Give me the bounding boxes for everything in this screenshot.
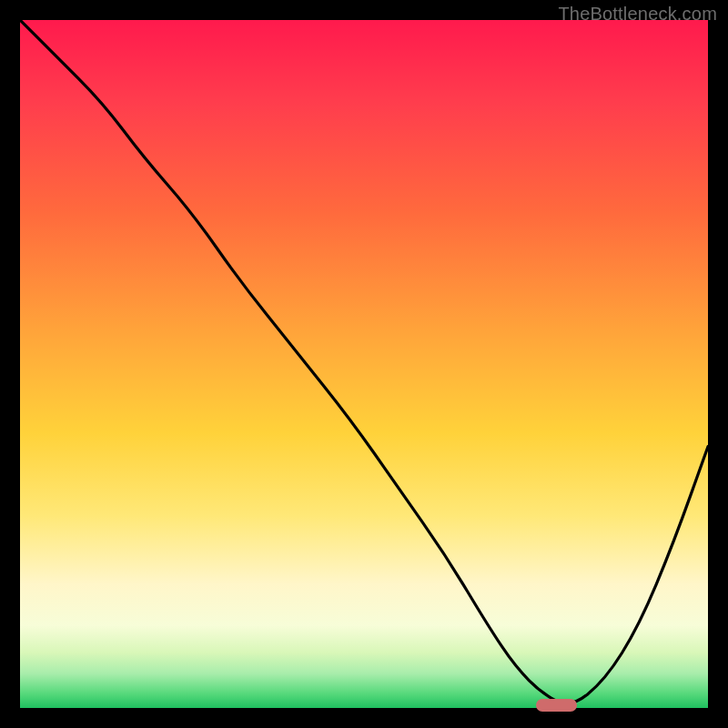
chart-frame: TheBottleneck.com [0, 0, 728, 728]
optimal-point-marker [536, 699, 577, 712]
watermark-text: TheBottleneck.com [558, 4, 717, 25]
plot-area [20, 20, 708, 708]
